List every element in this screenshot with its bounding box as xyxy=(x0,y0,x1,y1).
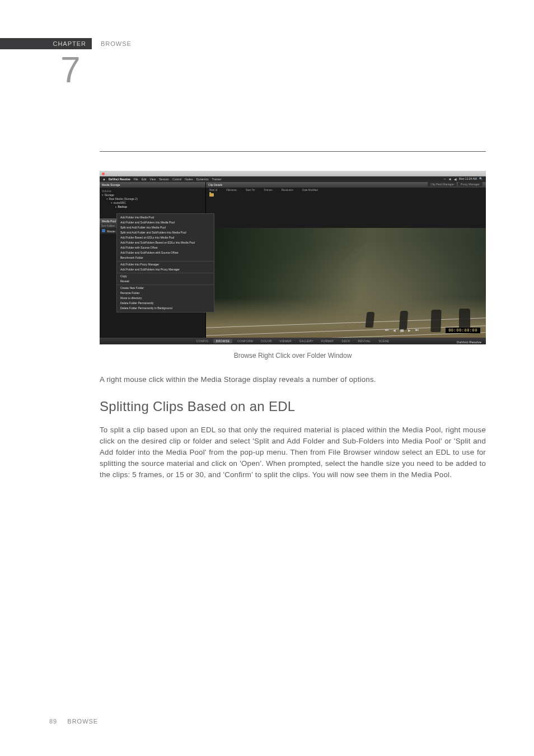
ctx-item[interactable]: Split and Add Folder into Media Pool xyxy=(117,225,214,230)
wifi-icon: ⌔ xyxy=(444,178,447,180)
pause-button[interactable]: ▮▮ xyxy=(400,328,404,332)
ctx-item[interactable]: Create New Folder xyxy=(117,286,214,291)
master-label: Master xyxy=(107,230,115,233)
runner-silhouette xyxy=(399,311,408,330)
volume-icon: ◀) xyxy=(454,178,457,180)
ctx-item[interactable]: Rename Folder xyxy=(117,291,214,296)
col: Filename xyxy=(226,189,237,192)
menu-item[interactable]: Edit xyxy=(142,178,147,181)
menu-item[interactable]: Tracker xyxy=(212,178,222,181)
apple-icon: ◆ xyxy=(103,178,105,181)
ctx-separator xyxy=(117,284,214,285)
clip-details-panel: Reel Id Filename Start Tcr Frames Resolu… xyxy=(206,188,486,228)
page-tabs: CONFIG BROWSE CONFORM COLOR VIEWER GALLE… xyxy=(100,338,486,344)
bluetooth-icon: ✱ xyxy=(449,178,452,180)
ctx-item[interactable]: Add Folder into Proxy Manager xyxy=(117,262,214,267)
ctx-item[interactable]: Add Folder with Source Offset xyxy=(117,245,214,250)
tree-item[interactable]: Backup xyxy=(102,205,203,209)
ctx-item[interactable]: Reveal xyxy=(117,279,214,284)
col: Date Modified xyxy=(302,189,318,192)
ctx-item[interactable]: Add Folder and SubFolders into Media Poo… xyxy=(117,220,214,225)
right-tabs: Clip Field Manager Proxy Manager xyxy=(428,182,483,186)
play-button[interactable]: ▶ xyxy=(408,328,411,332)
runner-silhouette xyxy=(430,310,441,332)
last-frame-button[interactable]: ⏭ xyxy=(415,328,419,332)
close-icon xyxy=(102,172,105,175)
tab-deck[interactable]: DECK xyxy=(339,339,353,343)
col: Resolution xyxy=(282,189,293,192)
folder-icon[interactable] xyxy=(209,193,214,197)
media-storage-header: Media Storage xyxy=(100,182,205,188)
bin-icon xyxy=(102,229,105,232)
menu-item[interactable]: Nodes xyxy=(185,178,193,181)
tree-item[interactable]: scoreSRC xyxy=(102,201,203,205)
figure-caption: Browse Right Click over Folder Window xyxy=(100,352,486,360)
menu-item[interactable]: File xyxy=(134,178,138,181)
menubar: ◆ DaVinci Resolve File Edit View Session… xyxy=(100,176,486,182)
paragraph: A right mouse click within the Media Sto… xyxy=(100,374,486,385)
ctx-item[interactable]: Delete Folder Permanently in Background xyxy=(117,306,214,311)
menu-item[interactable]: Control xyxy=(172,178,181,181)
viewer xyxy=(206,228,486,344)
col: Start Tcr xyxy=(246,189,255,192)
search-icon: 🔍 xyxy=(479,177,483,180)
ctx-item[interactable]: Move to directory xyxy=(117,296,214,301)
transport-controls: ⏮ ◀ ▮▮ ▶ ⏭ xyxy=(385,328,419,332)
heading: Splitting Clips Based on an EDL xyxy=(100,399,296,414)
ctx-item[interactable]: Delete Folder Permanently xyxy=(117,301,214,306)
titlebar xyxy=(100,171,486,176)
tab-browse[interactable]: BROWSE xyxy=(213,339,232,343)
ctx-item[interactable]: Benchmark Folder xyxy=(117,255,214,260)
tab-gallery[interactable]: GALLERY xyxy=(297,339,316,343)
tab-format[interactable]: FORMAT xyxy=(318,339,337,343)
tab-revival[interactable]: REVIVAL xyxy=(355,339,374,343)
menubar-status: ⌔ ✱ ◀) Mon 11:24 AM 🔍 xyxy=(444,177,483,180)
ctx-separator xyxy=(117,273,214,273)
context-menu[interactable]: Add Folder into Media Pool Add Folder an… xyxy=(116,213,214,312)
first-frame-button[interactable]: ⏮ xyxy=(385,328,388,332)
tab-config[interactable]: CONFIG xyxy=(194,339,211,343)
section-label: BROWSE xyxy=(92,38,132,49)
clip-details-headers: Reel Id Filename Start Tcr Frames Resolu… xyxy=(206,188,486,193)
tab-clip-field-mgr[interactable]: Clip Field Manager xyxy=(428,182,457,186)
ctx-item[interactable]: Add Folder into Media Pool xyxy=(117,215,214,220)
clock: Mon 11:24 AM xyxy=(459,177,477,180)
tab-conform[interactable]: CONFORM xyxy=(235,339,256,343)
screenshot: ◆ DaVinci Resolve File Edit View Session… xyxy=(100,171,486,344)
runner-silhouette xyxy=(366,312,375,328)
menu-item[interactable]: Session xyxy=(159,178,169,181)
ctx-item[interactable]: Add Folder and SubFolders Based on EDLs … xyxy=(117,240,214,245)
brand-text: DaVinci Resolve xyxy=(457,340,481,344)
col: Reel Id xyxy=(209,189,217,192)
footer-section: BROWSE xyxy=(67,718,98,725)
play-reverse-button[interactable]: ◀ xyxy=(393,328,396,332)
timecode: 00:00:00:00 xyxy=(446,328,480,333)
tab-scene[interactable]: SCENE xyxy=(376,339,392,343)
menu-item[interactable]: View xyxy=(150,178,156,181)
col: Frames xyxy=(264,189,272,192)
tab-viewer[interactable]: VIEWER xyxy=(277,339,294,343)
ctx-item[interactable]: Add Folder and SubFolders with Source Of… xyxy=(117,250,214,255)
tab-proxy-mgr[interactable]: Proxy Manager xyxy=(458,182,483,186)
ctx-item[interactable]: Split and Add Folder and SubFolders into… xyxy=(117,230,214,235)
page-number: 89 xyxy=(49,718,57,725)
chapter-label: CHAPTER xyxy=(0,38,92,49)
page: CHAPTER BROWSE 7 ◆ DaVinci Resolve File … xyxy=(0,0,534,756)
right-column: Clip Details Reel Id Filename Start Tcr … xyxy=(206,182,486,344)
tree-item[interactable]: Storage xyxy=(102,193,203,197)
horizontal-rule xyxy=(100,151,486,152)
tab-color[interactable]: COLOR xyxy=(258,339,274,343)
ctx-item[interactable]: Copy xyxy=(117,274,214,279)
paragraph: To split a clip based upon an EDL so tha… xyxy=(100,424,486,480)
footer: 89 BROWSE xyxy=(49,718,98,725)
chapter-bar: CHAPTER BROWSE xyxy=(0,38,157,49)
col-volume: Volume xyxy=(102,189,203,193)
tree-item[interactable]: Raw Media (Storage 2) xyxy=(102,197,203,201)
ctx-item[interactable]: Add Folder Based on EDLs into Media Pool xyxy=(117,235,214,240)
ctx-item[interactable]: Add Folder and SubFolders into Proxy Man… xyxy=(117,267,214,272)
ctx-separator xyxy=(117,261,214,262)
chapter-number: 7 xyxy=(60,49,81,91)
menu-item[interactable]: Dynamics xyxy=(196,178,209,181)
app-name: DaVinci Resolve xyxy=(109,178,130,181)
